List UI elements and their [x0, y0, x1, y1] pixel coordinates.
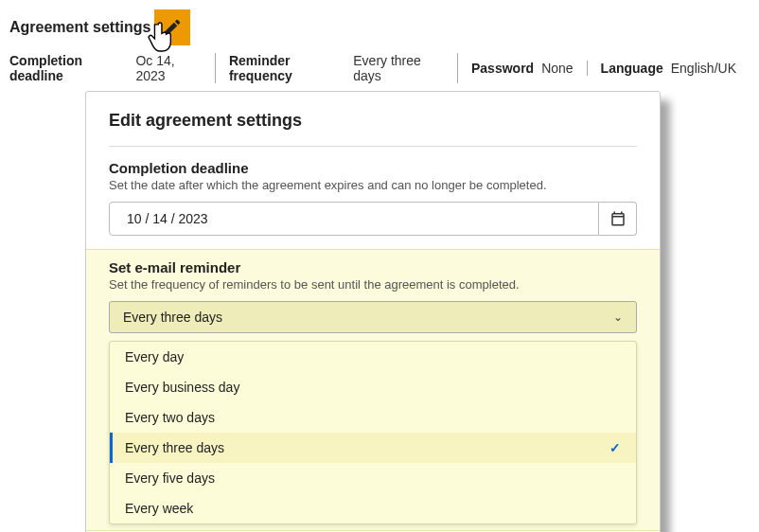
dropdown-item[interactable]: Every week: [110, 493, 636, 523]
reminder-sub: Set the frequency of reminders to be sen…: [109, 277, 637, 292]
chevron-down-icon: ⌄: [613, 310, 623, 324]
reminder-section: Set e-mail reminder Set the frequency of…: [86, 249, 660, 531]
select-value: Every three days: [123, 310, 222, 325]
dropdown-item[interactable]: Every three days✓: [110, 433, 636, 463]
reminder-label: Reminder frequency: [229, 53, 345, 83]
deadline-heading: Completion deadline: [109, 160, 637, 176]
password-value: None: [541, 61, 573, 76]
deadline-date-input[interactable]: 10 / 14 / 2023: [109, 202, 599, 236]
language-value: English/UK: [671, 61, 736, 76]
calendar-icon: [609, 210, 627, 227]
deadline-label: Completion deadline: [9, 53, 128, 83]
calendar-button[interactable]: [599, 202, 637, 236]
dropdown-item[interactable]: Every two days: [110, 402, 636, 433]
dropdown-item[interactable]: Every business day: [110, 372, 636, 402]
language-label: Language: [601, 61, 663, 76]
reminder-frequency-select[interactable]: Every three days ⌄: [109, 301, 637, 333]
reminder-value: Every three days: [353, 53, 444, 83]
deadline-sub: Set the date after which the agreement e…: [109, 178, 637, 192]
dialog-title: Edit agreement settings: [109, 111, 637, 147]
edit-agreement-dialog: Edit agreement settings Completion deadl…: [85, 91, 661, 532]
password-label: Password: [471, 61, 534, 76]
deadline-value: Oc 14, 2023: [135, 53, 201, 83]
dropdown-item[interactable]: Every five days: [110, 463, 636, 493]
checkmark-icon: ✓: [609, 440, 621, 455]
meta-bar: Completion deadline Oc 14, 2023 Reminder…: [9, 53, 750, 83]
reminder-heading: Set e-mail reminder: [109, 259, 637, 275]
cursor-hand-icon: [147, 21, 175, 53]
page-title: Agreement settings: [9, 19, 150, 36]
dropdown-item[interactable]: Every day: [110, 342, 636, 372]
reminder-frequency-dropdown: Every dayEvery business dayEvery two day…: [109, 341, 637, 524]
